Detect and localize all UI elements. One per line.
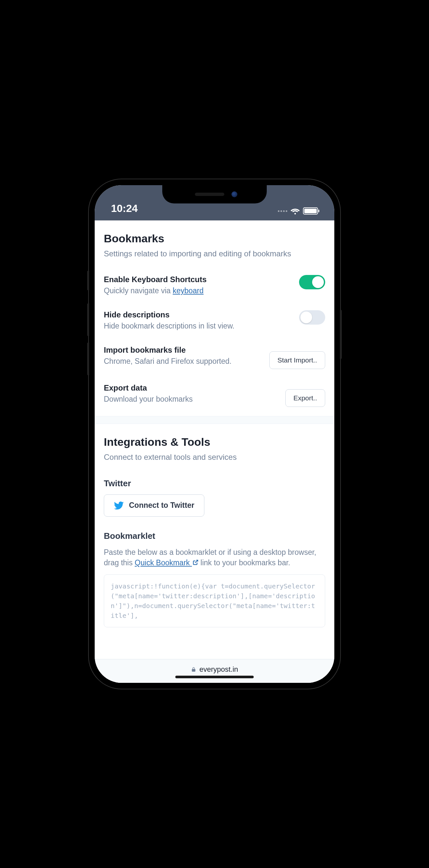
device-screen: 10:24 Bookmarks Settings related to impo… <box>95 185 334 683</box>
keyboard-shortcuts-row: Enable Keyboard Shortcuts Quickly naviga… <box>104 275 325 296</box>
browser-bar[interactable]: everypost.in <box>95 659 334 683</box>
content-scroll-area[interactable]: Bookmarks Settings related to importing … <box>95 220 334 659</box>
import-bookmarks-label: Import bookmarks file <box>104 345 263 354</box>
bookmarklet-title: Bookmarklet <box>104 531 325 541</box>
external-link-icon <box>193 559 198 565</box>
signal-dots-icon <box>278 210 287 212</box>
twitter-icon <box>114 501 124 510</box>
lock-icon <box>191 666 196 672</box>
wifi-icon <box>290 207 300 215</box>
twitter-title: Twitter <box>104 478 325 489</box>
mute-switch <box>87 271 89 290</box>
hide-descriptions-label: Hide descriptions <box>104 310 293 319</box>
twitter-subsection: Twitter Connect to Twitter <box>104 478 325 517</box>
import-bookmarks-description: Chrome, Safari and Firefox supported. <box>104 356 263 366</box>
quick-bookmark-link[interactable]: Quick Bookmark <box>135 558 198 567</box>
integrations-subtitle: Connect to external tools and services <box>104 452 325 463</box>
export-data-label: Export data <box>104 383 279 393</box>
home-indicator[interactable] <box>175 676 254 678</box>
integrations-header: Integrations & Tools Connect to external… <box>104 436 325 463</box>
keyboard-shortcuts-toggle[interactable] <box>299 275 325 289</box>
hide-descriptions-row: Hide descriptions Hide bookmark descript… <box>104 310 325 331</box>
bookmarks-header: Bookmarks Settings related to importing … <box>104 232 325 259</box>
keyboard-shortcuts-label: Enable Keyboard Shortcuts <box>104 275 293 284</box>
bookmarks-subtitle: Settings related to importing and editin… <box>104 248 325 259</box>
keyboard-shortcuts-info: Enable Keyboard Shortcuts Quickly naviga… <box>104 275 293 296</box>
integrations-title: Integrations & Tools <box>104 436 325 448</box>
front-camera <box>232 191 237 197</box>
status-right <box>278 207 318 215</box>
status-time: 10:24 <box>111 203 138 215</box>
device-notch <box>162 185 267 204</box>
connect-twitter-label: Connect to Twitter <box>129 501 194 510</box>
hide-descriptions-description: Hide bookmark descriptions in list view. <box>104 321 293 331</box>
export-data-description: Download your bookmarks <box>104 394 279 404</box>
power-button <box>340 310 342 359</box>
bookmarklet-description: Paste the below as a bookmarklet or if u… <box>104 547 325 568</box>
integrations-section: Integrations & Tools Connect to external… <box>95 424 334 651</box>
import-bookmarks-info: Import bookmarks file Chrome, Safari and… <box>104 345 263 366</box>
import-bookmarks-row: Import bookmarks file Chrome, Safari and… <box>104 345 325 369</box>
battery-icon <box>303 207 318 215</box>
export-button[interactable]: Export.. <box>285 389 325 407</box>
bookmarks-section: Bookmarks Settings related to importing … <box>95 220 334 416</box>
connect-twitter-button[interactable]: Connect to Twitter <box>104 494 204 517</box>
keyboard-shortcuts-description: Quickly navigate via keyboard <box>104 285 293 296</box>
volume-down-button <box>87 343 89 375</box>
bookmarklet-subsection: Bookmarklet Paste the below as a bookmar… <box>104 531 325 627</box>
bookmarklet-code-box[interactable]: javascript:!function(e){var t=document.q… <box>104 575 325 627</box>
keyboard-link[interactable]: keyboard <box>173 286 204 295</box>
export-data-info: Export data Download your bookmarks <box>104 383 279 404</box>
start-import-button[interactable]: Start Import.. <box>269 351 325 369</box>
section-divider <box>95 416 334 424</box>
export-data-row: Export data Download your bookmarks Expo… <box>104 383 325 407</box>
volume-up-button <box>87 303 89 336</box>
device-frame: 10:24 Bookmarks Settings related to impo… <box>89 179 340 689</box>
speaker-grill <box>195 193 224 196</box>
hide-descriptions-info: Hide descriptions Hide bookmark descript… <box>104 310 293 331</box>
bookmarks-title: Bookmarks <box>104 232 325 245</box>
url-text: everypost.in <box>200 665 238 674</box>
hide-descriptions-toggle[interactable] <box>299 310 325 324</box>
